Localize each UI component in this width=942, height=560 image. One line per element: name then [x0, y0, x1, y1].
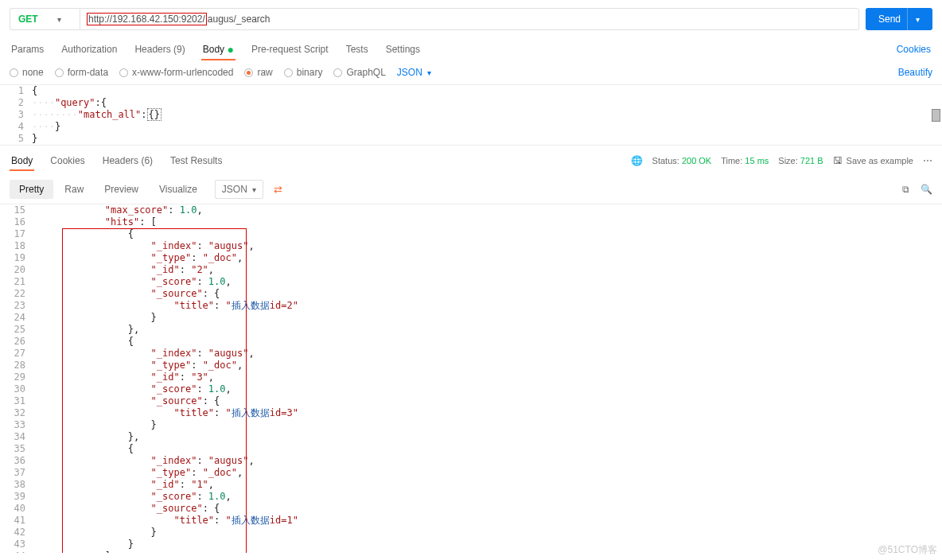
editor-scrollbar[interactable] — [932, 109, 940, 122]
method-value: GET — [18, 14, 38, 25]
resp-tab-headers[interactable]: Headers (6) — [101, 152, 154, 169]
search-icon[interactable]: 🔍 — [921, 184, 932, 195]
view-pretty-button[interactable]: Pretty — [10, 180, 53, 199]
response-format-select[interactable]: JSON▾ — [215, 180, 263, 199]
chevron-down-icon: ▾ — [57, 15, 61, 24]
tab-body[interactable]: Body ● — [201, 39, 236, 60]
save-as-example-button[interactable]: 🖫Save as example — [833, 155, 913, 166]
watermark: @51CTO博客 — [878, 543, 937, 557]
chevron-down-icon: ▾ — [252, 185, 256, 194]
resp-tab-cookies[interactable]: Cookies — [49, 152, 86, 169]
more-icon[interactable]: ⋯ — [923, 155, 932, 166]
raw-type-select[interactable]: JSON▾ — [397, 67, 431, 78]
cookies-link[interactable]: Cookies — [895, 39, 932, 60]
tab-headers[interactable]: Headers (9) — [133, 39, 186, 60]
tab-authorization[interactable]: Authorization — [60, 39, 119, 60]
response-body-viewer[interactable]: 15 "max_score": 1.0,16 "hits": [17 {18 "… — [0, 204, 942, 553]
radio-raw[interactable]: raw — [244, 67, 272, 78]
dot-icon: ● — [227, 43, 233, 56]
time-label: Time: 15 ms — [721, 156, 769, 165]
url-highlighted: http://192.168.42.150:9202/ — [87, 13, 207, 25]
tab-params[interactable]: Params — [10, 39, 45, 60]
resp-tab-body[interactable]: Body — [10, 152, 34, 169]
beautify-link[interactable]: Beautify — [898, 67, 932, 78]
save-icon: 🖫 — [833, 155, 843, 166]
globe-icon[interactable]: 🌐 — [631, 155, 643, 166]
view-preview-button[interactable]: Preview — [95, 180, 148, 199]
radio-binary[interactable]: binary — [284, 67, 323, 78]
status-label: Status: 200 OK — [652, 156, 712, 165]
url-rest: augus/_search — [208, 14, 271, 25]
request-body-editor[interactable]: 1{ 2····"query":{ 3········"match_all":{… — [0, 85, 942, 146]
wrap-lines-icon[interactable]: ⇄ — [270, 181, 286, 198]
view-raw-button[interactable]: Raw — [55, 180, 93, 199]
radio-urlencoded[interactable]: x-www-form-urlencoded — [119, 67, 233, 78]
tab-prerequest[interactable]: Pre-request Script — [250, 39, 330, 60]
size-label: Size: 721 B — [778, 156, 823, 165]
chevron-down-icon: ▾ — [427, 68, 431, 77]
chevron-down-icon[interactable]: ▾ — [907, 8, 920, 30]
radio-none[interactable]: none — [10, 67, 44, 78]
url-input[interactable]: http://192.168.42.150:9202/augus/_search — [80, 8, 859, 30]
radio-form-data[interactable]: form-data — [55, 67, 108, 78]
tab-tests[interactable]: Tests — [344, 39, 370, 60]
method-select[interactable]: GET ▾ — [10, 8, 80, 30]
radio-graphql[interactable]: GraphQL — [333, 67, 385, 78]
tab-settings[interactable]: Settings — [384, 39, 422, 60]
copy-icon[interactable]: ⧉ — [902, 184, 909, 195]
resp-tab-tests[interactable]: Test Results — [169, 152, 224, 169]
view-visualize-button[interactable]: Visualize — [150, 180, 207, 199]
send-button[interactable]: Send ▾ — [866, 8, 932, 30]
